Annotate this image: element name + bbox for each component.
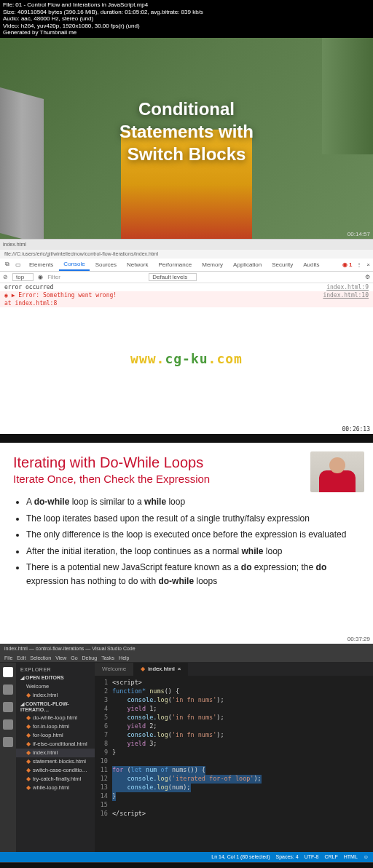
file-item[interactable]: ◆while-loop.html — [16, 784, 95, 792]
device-icon[interactable]: ▭ — [13, 261, 23, 268]
foliage-right — [322, 38, 373, 154]
menu-tasks[interactable]: Tasks — [101, 655, 114, 660]
open-editors-section[interactable]: ◢ OPEN EDITORS — [16, 674, 95, 682]
status-pos[interactable]: Ln 14, Col 1 (80 selected) — [211, 854, 270, 859]
windows-taskbar-bottom[interactable] — [0, 862, 373, 868]
file-item[interactable]: ◆statement-blocks.html — [16, 757, 95, 766]
tab-sources[interactable]: Sources — [91, 259, 121, 270]
settings-icon[interactable]: ⚙ — [365, 274, 370, 280]
windows-taskbar[interactable] — [0, 434, 373, 443]
url-text: file:///C:/users/eric/git/wintellectnow/… — [4, 251, 158, 256]
menu-go[interactable]: Go — [71, 655, 77, 660]
timestamp-3: 00:37:29 — [348, 636, 370, 642]
slide-subtitle: Iterate Once, then Check the Expression — [13, 473, 360, 485]
console-error-stack: at index.html:8 — [0, 299, 373, 307]
levels-select[interactable]: Default levels — [149, 273, 197, 281]
devtools-close-icon[interactable]: × — [364, 261, 373, 268]
slide-bullets: A do-while loop is similar to a while lo… — [26, 495, 360, 588]
title-line3: Switch Blocks — [119, 143, 254, 165]
devtools-tabstrip: ⧉ ▭ Elements Console Sources Network Per… — [0, 259, 373, 272]
bullet-item: The only difference is the loop is execu… — [26, 528, 360, 542]
menu-help[interactable]: Help — [119, 655, 129, 660]
tab-security[interactable]: Security — [267, 259, 297, 270]
open-editor-item[interactable]: Welcome — [16, 682, 95, 691]
title-line2: Statements with — [119, 120, 254, 143]
status-feedback-icon[interactable]: ☺ — [364, 854, 369, 859]
close-tab-icon[interactable]: × — [178, 666, 181, 672]
slide-title: Iterating with Do-While Loops — [13, 454, 360, 471]
tab-application[interactable]: Application — [229, 259, 266, 270]
status-lang[interactable]: HTML — [344, 854, 358, 859]
file-item[interactable]: ◆for-in-loop.html — [16, 722, 95, 731]
file-item[interactable]: ◆for-loop.html — [16, 731, 95, 740]
status-spaces[interactable]: Spaces: 4 — [276, 854, 299, 859]
explorer-sidebar: EXPLORER ◢ OPEN EDITORS Welcome ◆index.h… — [16, 663, 95, 852]
code-lines: <script> function* nums() { console.log(… — [112, 679, 373, 849]
vscode-statusbar: Ln 14, Col 1 (80 selected) Spaces: 4 UTF… — [0, 852, 373, 862]
editor-tabs: Welcome ◆index.html × — [95, 663, 373, 676]
explorer-header: EXPLORER — [16, 666, 95, 674]
line-gutter: 12345678910111213141516 — [95, 679, 112, 849]
editor-tab-welcome[interactable]: Welcome — [95, 663, 133, 676]
console-src-link[interactable]: index.html:9 — [326, 284, 369, 291]
live-expr-icon[interactable]: ◉ — [38, 274, 43, 280]
filter-input[interactable]: Filter — [47, 274, 60, 280]
vscode-body: EXPLORER ◢ OPEN EDITORS Welcome ◆index.h… — [0, 663, 373, 852]
error-count-badge[interactable]: ◉ 1 — [342, 261, 353, 268]
file-item[interactable]: ◆do-while-loop.html — [16, 714, 95, 722]
tab-elements[interactable]: Elements — [25, 259, 58, 270]
console-src-link[interactable]: index.html:10 — [323, 292, 369, 299]
status-enc[interactable]: UTF-8 — [305, 854, 319, 859]
inspect-icon[interactable]: ⧉ — [3, 261, 12, 268]
menu-file[interactable]: File — [4, 655, 12, 660]
editor-tab-index[interactable]: ◆index.html × — [133, 663, 188, 676]
browser-tabstrip: index.html — [0, 240, 373, 250]
url-bar[interactable]: file:///C:/users/eric/git/wintellectnow/… — [0, 250, 373, 259]
tab-network[interactable]: Network — [122, 259, 152, 270]
vscode-menubar: File Edit Selection View Go Debug Tasks … — [0, 654, 373, 663]
menu-selection[interactable]: Selection — [30, 655, 51, 660]
meta-video: Video: h264, yuv420p, 1920x1080, 30.00 f… — [3, 23, 370, 30]
open-editor-item[interactable]: ◆index.html — [16, 691, 95, 700]
file-item-active[interactable]: ◆index.html — [16, 749, 95, 757]
presentation-slide: Iterating with Do-While Loops Iterate On… — [0, 443, 373, 644]
tab-audits[interactable]: Audits — [299, 259, 323, 270]
debug-icon[interactable] — [3, 719, 13, 730]
meta-audio: Audio: aac, 48000 Hz, stereo (und) — [3, 15, 370, 23]
timestamp-1: 00:14:57 — [348, 231, 370, 237]
browser-tab[interactable]: index.html — [3, 242, 26, 247]
presenter-video — [310, 451, 364, 492]
console-stack: at index.html:8 — [4, 300, 57, 307]
tab-performance[interactable]: Performance — [154, 259, 196, 270]
explorer-icon[interactable] — [3, 667, 13, 677]
meta-gen: Generated by Thumbnail me — [3, 29, 370, 36]
console-error-line: ◉ ▶ Error: Something went wrong! index.h… — [0, 291, 373, 299]
extensions-icon[interactable] — [3, 737, 13, 747]
menu-view[interactable]: View — [55, 655, 66, 660]
meta-file: File: 01 - Control Flow and Interations … — [3, 1, 370, 9]
tab-console[interactable]: Console — [59, 259, 89, 271]
console-msg: error occurred — [4, 284, 53, 291]
folder-section[interactable]: ◢ CONTROL-FLOW-ITERATIO… — [16, 700, 95, 714]
meta-size: Size: 409110504 bytes (390.16 MiB), dura… — [3, 9, 370, 16]
browser-window: index.html file:///C:/users/eric/git/win… — [0, 239, 373, 434]
menu-edit[interactable]: Edit — [17, 655, 25, 660]
file-item[interactable]: ◆if-else-conditional.html — [16, 740, 95, 749]
file-metadata: File: 01 - Control Flow and Interations … — [0, 0, 373, 38]
context-select[interactable]: top — [12, 273, 34, 281]
file-item[interactable]: ◆switch-case-condition… — [16, 766, 95, 775]
clear-console-icon[interactable]: ⊘ — [3, 274, 8, 280]
code-editor[interactable]: 12345678910111213141516 <script> functio… — [95, 676, 373, 852]
console-line: error occurred index.html:9 — [0, 283, 373, 291]
file-item[interactable]: ◆try-catch-finally.html — [16, 775, 95, 784]
slide-title-overlay: Conditional Statements with Switch Block… — [119, 98, 254, 166]
activity-bar — [0, 663, 16, 852]
watermark-text: www.cg-ku.com — [130, 351, 243, 366]
tab-memory[interactable]: Memory — [197, 259, 227, 270]
status-eol[interactable]: CRLF — [325, 854, 338, 859]
git-icon[interactable] — [3, 702, 13, 712]
devtools-menu-icon[interactable]: ⋮ — [356, 261, 362, 268]
console-output: error occurred index.html:9 ◉ ▶ Error: S… — [0, 283, 373, 434]
menu-debug[interactable]: Debug — [82, 655, 98, 660]
search-icon[interactable] — [3, 684, 13, 695]
